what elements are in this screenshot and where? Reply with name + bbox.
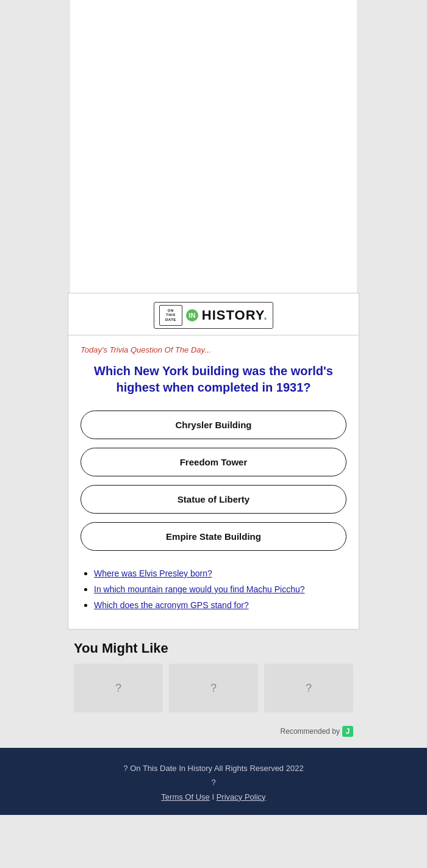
related-link-item: Where was Elvis Presley born? <box>94 568 346 579</box>
answer-options: Chrysler Building Freedom Tower Statue o… <box>81 411 346 551</box>
main-card: ON THIS DATE IN HISTORY. Today's Trivia … <box>68 293 359 629</box>
related-link-item: In which mountain range would you find M… <box>94 584 346 595</box>
logo-in-text: IN <box>188 312 195 319</box>
ymk-item-3: ? <box>264 664 353 712</box>
logo-dot: . <box>264 307 268 323</box>
page-wrapper: ON THIS DATE IN HISTORY. Today's Trivia … <box>0 0 427 815</box>
you-might-like-title: You Might Like <box>74 640 353 656</box>
recommended-j-icon: J <box>342 726 353 737</box>
you-might-like-section: You Might Like ? ? ? <box>68 640 359 721</box>
terms-of-use-link[interactable]: Terms Of Use <box>161 792 209 802</box>
question-text: Which New York building was the world's … <box>81 363 346 396</box>
answer-empire-state-building[interactable]: Empire State Building <box>81 522 346 551</box>
related-link-machu-picchu[interactable]: In which mountain range would you find M… <box>94 584 305 594</box>
answer-freedom-tower[interactable]: Freedom Tower <box>81 448 346 476</box>
card-body: Today's Trivia Question Of The Day... Wh… <box>68 335 359 629</box>
logo-calendar: ON THIS DATE <box>159 305 182 326</box>
logo-calendar-this: THIS <box>166 313 176 317</box>
related-links: Where was Elvis Presley born? In which m… <box>81 568 346 611</box>
footer-line1: ? On This Date In History All Rights Res… <box>6 761 421 775</box>
answer-statue-of-liberty[interactable]: Statue of Liberty <box>81 485 346 514</box>
logo-bar: ON THIS DATE IN HISTORY. <box>68 293 359 335</box>
related-link-item: Which does the acronym GPS stand for? <box>94 600 346 611</box>
related-link-elvis[interactable]: Where was Elvis Presley born? <box>94 569 212 578</box>
privacy-policy-link[interactable]: Privacy Policy <box>217 792 266 802</box>
answer-chrysler-building[interactable]: Chrysler Building <box>81 411 346 439</box>
related-link-gps[interactable]: Which does the acronym GPS stand for? <box>94 600 249 610</box>
footer: ? On This Date In History All Rights Res… <box>0 748 427 815</box>
footer-separator: I <box>212 792 214 802</box>
recommended-bar: Recommended by J <box>68 726 359 737</box>
footer-line2: ? <box>6 775 421 789</box>
trivia-label: Today's Trivia Question Of The Day... <box>81 345 346 354</box>
logo-in-circle: IN <box>186 309 198 321</box>
logo-calendar-date: DATE <box>165 318 176 322</box>
logo-box: ON THIS DATE IN HISTORY. <box>154 302 273 329</box>
logo-history-text: HISTORY. <box>202 307 268 323</box>
logo-calendar-on: ON <box>168 309 174 313</box>
ad-area <box>70 0 357 293</box>
recommended-text: Recommended by <box>281 727 340 736</box>
ymk-item-1: ? <box>74 664 163 712</box>
footer-links: Terms Of Use I Privacy Policy <box>6 790 421 804</box>
ymk-items: ? ? ? <box>74 664 353 712</box>
ymk-item-2: ? <box>169 664 258 712</box>
